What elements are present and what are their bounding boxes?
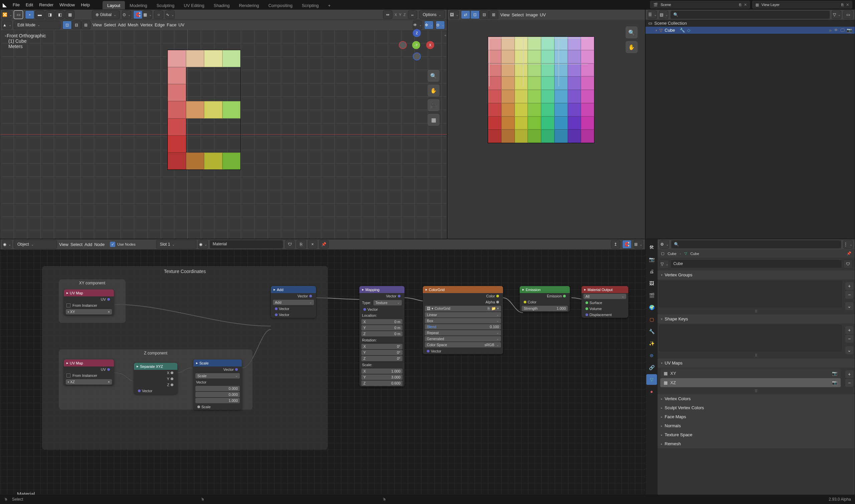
panel-shape-keys[interactable]: ▾Shape Keys: [658, 314, 855, 323]
shapekeys-list[interactable]: [659, 325, 842, 352]
sk-remove-icon[interactable]: −: [845, 335, 853, 343]
editor-type-uv-icon[interactable]: 🖼: [450, 10, 459, 19]
gizmo-z[interactable]: Z: [413, 29, 421, 37]
render-vis-icon[interactable]: 📷: [847, 28, 852, 33]
node-uvmap-xy[interactable]: ▸ UV Map UV From Instancer ▪ XY×: [64, 289, 114, 315]
menu-render[interactable]: Render: [39, 2, 53, 7]
slot-select[interactable]: Slot 1: [156, 240, 196, 249]
disclosure-icon[interactable]: ▾: [656, 29, 657, 32]
new-viewlayer-icon[interactable]: ⎘: [841, 3, 844, 7]
shading-visibility-icon[interactable]: 👁: [413, 21, 422, 29]
filter-icon[interactable]: ▽: [832, 10, 841, 19]
cube-row[interactable]: ▾ ▽ Cube 🔧 ◇ ▹ 👁 🖵 📷: [646, 27, 855, 34]
workspace-add[interactable]: +: [323, 1, 335, 10]
node-canvas[interactable]: Texture Coordinates XY component Z compo…: [0, 249, 645, 503]
automerge-icon[interactable]: ⨝: [408, 10, 417, 19]
snap-toggle-icon[interactable]: 🧲: [133, 10, 143, 19]
options-dropdown[interactable]: Options: [419, 10, 445, 19]
uvmenu-image[interactable]: Image: [526, 12, 538, 17]
selmode-face-icon[interactable]: ◨: [45, 10, 54, 19]
material-name-field[interactable]: Material: [210, 240, 283, 249]
mesh-browse-icon[interactable]: ▽: [660, 260, 669, 268]
viewport-3d[interactable]: 🔀 ▭ ▪ ▬ ◨ ◧ ▦ ⊕ Global ⊙ 🧲 ▦ ○ ∿ ⇔ X Y Z: [0, 10, 447, 239]
workspace-sculpting[interactable]: Sculpting: [152, 1, 179, 10]
shader-type-select[interactable]: Object: [14, 240, 57, 249]
uvmenu-select[interactable]: Select: [512, 12, 524, 17]
ptab-material-icon[interactable]: ●: [646, 386, 657, 397]
sk-drag-handle[interactable]: ⠿: [658, 353, 855, 359]
node-mapping[interactable]: ▸ Mapping Vector Type: Texture Vector Lo…: [360, 286, 404, 386]
pin-properties-icon[interactable]: 📌: [847, 251, 851, 256]
bc-object[interactable]: Cube: [668, 252, 676, 256]
viewport-vis-icon[interactable]: 🖵: [840, 28, 845, 33]
menu-file[interactable]: File: [13, 2, 20, 7]
falloff-icon[interactable]: ∿: [165, 10, 175, 19]
ptab-constraints-icon[interactable]: 🔗: [646, 362, 657, 373]
vpmenu-add[interactable]: Add: [118, 22, 126, 28]
node-material-output[interactable]: ▸ Material Output All Surface Volume Dis…: [581, 286, 628, 318]
uvmap-add-icon[interactable]: +: [845, 370, 853, 378]
node-uvmap-xz[interactable]: ▸ UV Map UV From Instancer ▪ XZ×: [64, 359, 114, 385]
vpmenu-face[interactable]: Face: [167, 22, 176, 28]
orientation-select[interactable]: ⊕ Global: [92, 10, 120, 19]
editor-type-3dview-icon[interactable]: 🔀: [2, 10, 12, 19]
workspace-layout[interactable]: Layout: [103, 1, 125, 10]
new-material-icon[interactable]: ⎘: [297, 240, 306, 249]
ptab-tool-icon[interactable]: 🛠: [646, 242, 657, 253]
selmode-edge-icon[interactable]: ▬: [35, 10, 45, 19]
panel-sculpt-vc[interactable]: ▸Sculpt Vertex Colors: [658, 403, 855, 412]
selmode-solid-icon[interactable]: ◧: [55, 10, 65, 19]
node-separate-xyz[interactable]: ▸ Separate XYZ X Y Z Vector: [134, 363, 177, 394]
workspace-shading[interactable]: Shading: [209, 1, 234, 10]
mesh-name-field[interactable]: Cube: [670, 260, 842, 268]
workspace-compositing[interactable]: Compositing: [263, 1, 297, 10]
ptab-mesh-icon[interactable]: ▽: [646, 374, 657, 385]
ptab-viewlayer-icon[interactable]: 🖼: [646, 278, 657, 289]
uv-zoom-icon[interactable]: 🔍: [626, 26, 638, 38]
outliner[interactable]: ☰ ▤ 🔍 ▽ ▭ ▭ Scene Collection ▾ ▽ Cube 🔧 …: [645, 10, 855, 239]
display-mode-icon[interactable]: ▤: [659, 10, 668, 19]
vg-add-icon[interactable]: +: [845, 282, 853, 290]
proportional-edit-icon[interactable]: ○: [154, 10, 163, 19]
outliner-search[interactable]: 🔍: [670, 10, 830, 19]
gizmo-toggle-icon[interactable]: ✥: [424, 21, 434, 29]
vpmenu-vertex[interactable]: Vertex: [140, 22, 153, 28]
remove-viewlayer-icon[interactable]: ×: [846, 2, 849, 7]
snap-nodes-icon[interactable]: 🧲: [622, 240, 631, 249]
vpmenu-mesh[interactable]: Mesh: [127, 22, 138, 28]
use-nodes-toggle[interactable]: ✓ Use Nodes: [110, 242, 135, 247]
editor-type-properties-icon[interactable]: ⚙: [660, 240, 669, 249]
data-icon[interactable]: ◇: [687, 28, 690, 33]
properties-options-icon[interactable]: ⋮: [843, 240, 853, 249]
uvmenu-uv[interactable]: UV: [540, 12, 546, 17]
uv-sel-face-icon[interactable]: ⊞: [489, 10, 498, 19]
gizmo-x[interactable]: X: [426, 41, 434, 49]
workspace-uvediting[interactable]: UV Editing: [179, 1, 209, 10]
mirror-x[interactable]: X: [395, 13, 397, 17]
pan-icon[interactable]: ✋: [428, 85, 439, 96]
editor-type-outliner-icon[interactable]: ☰: [648, 10, 657, 19]
panel-face-maps[interactable]: ▸Face Maps: [658, 412, 855, 421]
render-uv-icon[interactable]: 📷: [832, 371, 837, 376]
select-tool-icon[interactable]: ▭: [14, 10, 23, 19]
fake-user-icon[interactable]: 🛡: [285, 240, 295, 249]
uv-pan-icon[interactable]: ✋: [626, 41, 638, 53]
mirror-icon[interactable]: ⇔: [383, 10, 392, 19]
uvmap-remove-icon[interactable]: −: [845, 379, 853, 387]
panel-texture-space[interactable]: ▸Texture Space: [658, 430, 855, 439]
sk-special-icon[interactable]: ⌄: [845, 346, 853, 354]
mode-select[interactable]: Edit Mode: [14, 21, 60, 29]
npanel-toggle[interactable]: ◂: [444, 33, 446, 37]
scene-selector[interactable]: 🎬 Scene ⎘ ×: [650, 1, 750, 9]
gizmo-neg-z[interactable]: [413, 52, 421, 60]
shmenu-view[interactable]: View: [59, 242, 68, 247]
workspace-modeling[interactable]: Modeling: [125, 1, 152, 10]
menu-window[interactable]: Window: [59, 2, 75, 7]
shader-editor[interactable]: ◉ Object View Select Add Node ✓ Use Node…: [0, 239, 645, 504]
editor-type-shader-icon[interactable]: ◉: [2, 240, 12, 249]
ptab-scene-icon[interactable]: 🎬: [646, 290, 657, 301]
mirror-y[interactable]: Y: [399, 13, 401, 17]
uv-sel-vertex-icon[interactable]: ⊡: [470, 10, 479, 19]
scene-collection-row[interactable]: ▭ Scene Collection: [646, 20, 855, 27]
uv-sel-edge-icon[interactable]: ⊟: [479, 10, 489, 19]
